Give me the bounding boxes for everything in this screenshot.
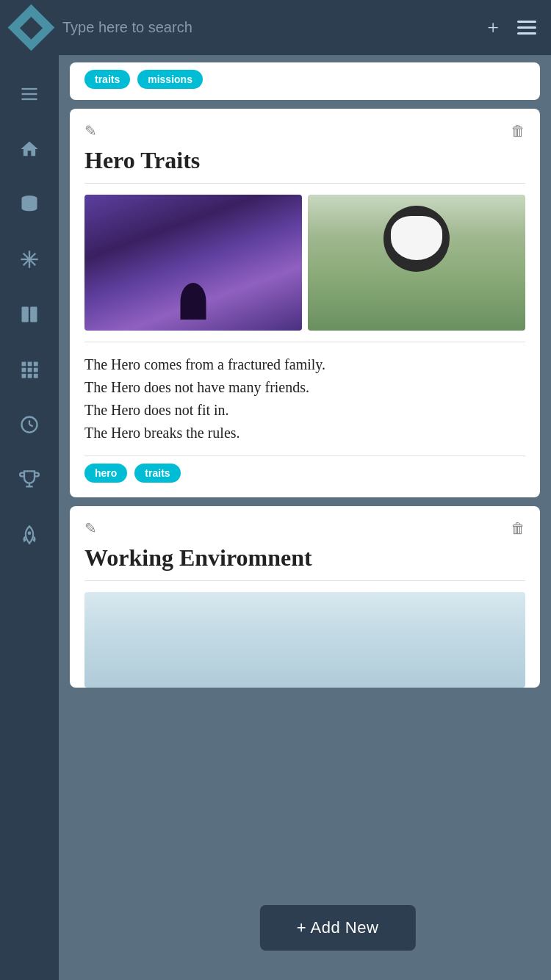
svg-rect-10: [30, 306, 37, 322]
text-line-1: The Hero comes from a fractured family.: [84, 356, 325, 372]
hero-card-title: Hero Traits: [84, 147, 525, 174]
svg-rect-12: [28, 361, 32, 366]
card-divider-top: [84, 183, 525, 184]
tag-missions[interactable]: missions: [137, 70, 203, 89]
svg-point-25: [28, 531, 32, 535]
svg-rect-2: [22, 98, 37, 99]
add-new-button[interactable]: + Add New: [260, 905, 416, 951]
svg-rect-17: [22, 373, 26, 378]
sidebar-item-snowflake[interactable]: [0, 231, 59, 287]
hero-image-sky: [84, 195, 302, 331]
working-card-header: ✎ 🗑: [84, 519, 525, 537]
working-edit-icon[interactable]: ✎: [84, 519, 97, 537]
text-line-3: The Hero does not fit in.: [84, 402, 229, 418]
card-images: [84, 195, 525, 331]
tag-traits[interactable]: traits: [134, 464, 180, 483]
sidebar-item-rocket[interactable]: [0, 507, 59, 562]
add-button[interactable]: +: [487, 16, 499, 40]
sidebar-item-trophy[interactable]: [0, 452, 59, 507]
svg-rect-11: [22, 361, 26, 366]
text-line-4: The Hero breaks the rules.: [84, 425, 240, 441]
hero-card-tags: hero traits: [84, 455, 525, 483]
partial-card: traits missions: [70, 62, 540, 100]
sidebar-item-columns[interactable]: [0, 287, 59, 342]
text-line-2: The Hero does not have many friends.: [84, 379, 309, 395]
svg-rect-15: [28, 367, 32, 372]
search-input[interactable]: [62, 11, 487, 44]
svg-rect-13: [34, 361, 38, 366]
svg-line-22: [29, 425, 33, 426]
sidebar-item-grid[interactable]: [0, 342, 59, 397]
hero-traits-card: ✎ 🗑 Hero Traits The Hero comes from a fr…: [70, 109, 540, 497]
svg-rect-0: [22, 87, 37, 89]
card-header: ✎ 🗑: [84, 122, 525, 140]
main-content: traits missions ✎ 🗑 Hero Traits The Hero…: [59, 55, 551, 980]
svg-rect-18: [28, 373, 32, 378]
tag-traits[interactable]: traits: [84, 70, 130, 89]
card-divider-mid: [84, 342, 525, 342]
delete-icon[interactable]: 🗑: [511, 123, 525, 140]
sidebar: [0, 55, 59, 980]
working-environment-card: ✎ 🗑 Working Enviromnent: [70, 506, 540, 688]
working-card-divider: [84, 580, 525, 581]
svg-point-8: [28, 257, 32, 261]
tag-hero[interactable]: hero: [84, 464, 127, 483]
working-delete-icon[interactable]: 🗑: [511, 520, 525, 537]
svg-rect-16: [34, 367, 38, 372]
hero-image-dog: [308, 195, 525, 331]
working-card-image: [84, 592, 525, 688]
svg-rect-14: [22, 367, 26, 372]
app-logo[interactable]: [8, 4, 55, 51]
sidebar-item-home[interactable]: [0, 121, 59, 176]
sidebar-item-clock[interactable]: [0, 397, 59, 452]
svg-rect-1: [22, 93, 37, 94]
edit-icon[interactable]: ✎: [84, 122, 97, 140]
sidebar-item-database[interactable]: [0, 176, 59, 231]
svg-rect-19: [34, 373, 38, 378]
header: +: [0, 0, 551, 55]
hero-card-text: The Hero comes from a fractured family. …: [84, 353, 525, 444]
sidebar-item-menu[interactable]: [0, 66, 59, 121]
hamburger-menu-button[interactable]: [517, 21, 536, 35]
working-card-title: Working Enviromnent: [84, 544, 525, 572]
svg-rect-9: [22, 306, 29, 322]
